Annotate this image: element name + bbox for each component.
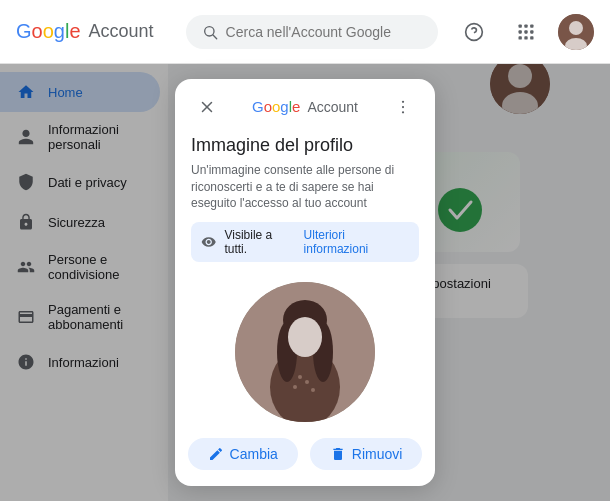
apps-icon [516,22,536,42]
modal-photo-container [175,274,435,438]
change-photo-button[interactable]: Cambia [188,438,298,470]
help-icon [464,22,484,42]
svg-rect-11 [524,36,527,39]
svg-rect-9 [530,30,533,33]
visibility-link[interactable]: Ulteriori informazioni [304,228,409,256]
svg-rect-6 [530,24,533,27]
visibility-text: Visibile a tutti. [224,228,295,256]
google-logo: Google [16,20,81,43]
topbar-search-bar[interactable] [186,15,438,49]
user-avatar[interactable] [558,14,594,50]
help-button[interactable] [454,12,494,52]
remove-photo-button[interactable]: Rimuovi [310,438,423,470]
profile-image-modal: Google Account Immagine del profilo Un'i… [175,79,435,486]
modal-title: Immagine del profilo [175,131,435,162]
modal-description: Un'immagine consente alle persone di ric… [175,162,435,222]
modal-profile-photo [235,282,375,422]
change-label: Cambia [230,446,278,462]
modal-close-button[interactable] [191,91,223,123]
modal-google-logo: Google [252,98,300,116]
svg-line-1 [213,35,217,39]
svg-point-39 [288,317,322,357]
apps-button[interactable] [506,12,546,52]
svg-point-40 [298,375,302,379]
svg-rect-4 [519,24,522,27]
more-vert-icon [394,98,412,116]
remove-label: Rimuovi [352,446,403,462]
svg-point-41 [305,380,309,384]
svg-rect-12 [530,36,533,39]
modal-overlay: Google Account Immagine del profilo Un'i… [0,64,610,501]
svg-point-42 [293,385,297,389]
modal-account-label: Account [307,99,358,115]
topbar-icons [454,12,594,52]
svg-rect-7 [519,30,522,33]
svg-rect-10 [519,36,522,39]
svg-point-32 [402,111,404,113]
modal-actions: Cambia Rimuovi [175,438,435,486]
close-icon [198,98,216,116]
search-input[interactable] [226,24,422,40]
modal-more-button[interactable] [387,91,419,123]
svg-rect-8 [524,30,527,33]
svg-point-31 [402,106,404,108]
svg-point-14 [569,21,583,35]
modal-logo: Google Account [252,98,358,116]
modal-header: Google Account [175,79,435,131]
pencil-icon [208,446,224,462]
topbar-title: Account [89,21,154,42]
trash-icon [330,446,346,462]
profile-photo-svg [235,282,375,422]
svg-rect-5 [524,24,527,27]
topbar-logo: Google Account [16,20,154,43]
svg-point-43 [311,388,315,392]
user-avatar-icon [558,14,594,50]
search-icon [202,23,218,41]
topbar: Google Account [0,0,610,64]
modal-visibility-badge: Visibile a tutti. Ulteriori informazioni [191,222,419,262]
visibility-icon [201,234,216,250]
svg-point-30 [402,100,404,102]
